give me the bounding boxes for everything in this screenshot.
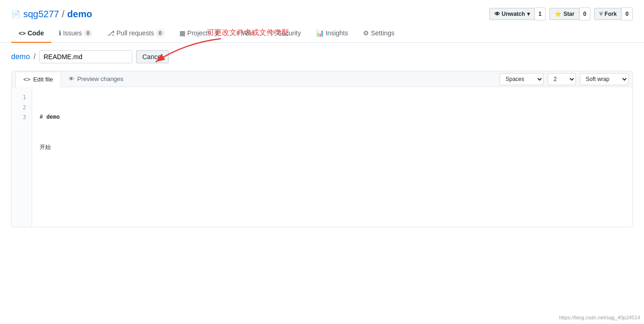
tab-issues[interactable]: ℹ Issues 0 bbox=[51, 24, 100, 43]
edit-icon: <> bbox=[23, 76, 30, 83]
insights-icon: 📊 bbox=[316, 29, 324, 37]
repo-header: 📄 sqg5277 / demo 👁 Unwatch ▾ 1 ⭐ Star 0 … bbox=[0, 0, 644, 20]
repo-icon: 📄 bbox=[11, 10, 21, 19]
repo-actions: 👁 Unwatch ▾ 1 ⭐ Star 0 ⑂ Fork 0 bbox=[486, 7, 633, 20]
repo-name-link[interactable]: demo bbox=[67, 9, 92, 20]
wiki-icon: ≡ bbox=[236, 29, 240, 37]
issues-icon: ℹ bbox=[59, 29, 61, 37]
tab-settings[interactable]: ⚙ Settings bbox=[356, 24, 402, 43]
star-group: ⭐ Star 0 bbox=[549, 7, 590, 20]
preview-icon: 👁 bbox=[69, 75, 75, 82]
fork-count: 0 bbox=[622, 7, 633, 20]
unwatch-group: 👁 Unwatch ▾ 1 bbox=[489, 7, 546, 20]
title-separator: / bbox=[62, 9, 65, 20]
star-button[interactable]: ⭐ Star bbox=[549, 8, 579, 20]
code-line-3 bbox=[40, 173, 625, 183]
issues-badge: 0 bbox=[84, 29, 92, 37]
breadcrumb-separator: / bbox=[34, 53, 35, 61]
line-num-3: 3 bbox=[17, 113, 26, 123]
editor-tabs-left: <> Edit file 👁 Preview changes bbox=[15, 71, 131, 87]
spaces-select[interactable]: Spaces Tabs bbox=[500, 73, 544, 85]
unwatch-count: 1 bbox=[535, 7, 546, 20]
editor-code-area[interactable]: # demo 开始 bbox=[32, 87, 632, 227]
indent-select[interactable]: 2 4 bbox=[548, 73, 576, 85]
tab-preview-changes[interactable]: 👁 Preview changes bbox=[61, 71, 131, 87]
file-path-row: demo / Cancel 可更改文件名或文件类型 bbox=[11, 50, 633, 63]
filename-input[interactable] bbox=[39, 50, 132, 63]
pr-icon: ⎇ bbox=[107, 29, 115, 37]
code-line-2: 开始 bbox=[40, 143, 625, 153]
editor-body: 1 2 3 # demo 开始 bbox=[12, 87, 632, 227]
repo-owner-link[interactable]: sqg5277 bbox=[23, 9, 59, 20]
tab-code[interactable]: <> Code bbox=[11, 24, 51, 43]
unwatch-button[interactable]: 👁 Unwatch ▾ bbox=[489, 8, 535, 20]
cancel-button[interactable]: Cancel bbox=[136, 50, 169, 63]
repo-title: 📄 sqg5277 / demo bbox=[11, 9, 92, 20]
eye-icon: 👁 bbox=[494, 11, 500, 17]
code-line-1: # demo bbox=[40, 113, 625, 123]
tab-projects[interactable]: ▦ Projects 0 bbox=[172, 24, 229, 43]
tab-insights[interactable]: 📊 Insights bbox=[308, 24, 356, 43]
line-num-2: 2 bbox=[17, 103, 26, 113]
repo-nav: <> Code ℹ Issues 0 ⎇ Pull requests 0 ▦ P… bbox=[0, 24, 644, 43]
tab-wiki[interactable]: ≡ Wiki bbox=[229, 24, 262, 43]
fork-button[interactable]: ⑂ Fork bbox=[594, 8, 622, 20]
star-icon: ⭐ bbox=[555, 11, 562, 17]
main-content: demo / Cancel 可更改文件名或文件类型 <> bbox=[0, 43, 644, 235]
line-numbers: 1 2 3 bbox=[12, 87, 32, 227]
softwrap-select[interactable]: Soft wrap No wrap bbox=[580, 73, 629, 85]
fork-icon: ⑂ bbox=[599, 11, 603, 17]
security-icon: 🛡 bbox=[269, 29, 275, 37]
fork-group: ⑂ Fork 0 bbox=[594, 7, 633, 20]
dropdown-icon: ▾ bbox=[527, 11, 530, 17]
pr-badge: 0 bbox=[156, 29, 164, 37]
code-icon: <> bbox=[19, 30, 26, 37]
editor-tabs: <> Edit file 👁 Preview changes Spaces Ta… bbox=[12, 71, 632, 87]
tab-edit-file[interactable]: <> Edit file bbox=[15, 72, 61, 87]
tab-pull-requests[interactable]: ⎇ Pull requests 0 bbox=[100, 24, 172, 43]
line-num-1: 1 bbox=[17, 93, 26, 103]
settings-icon: ⚙ bbox=[363, 29, 369, 37]
projects-badge: 0 bbox=[212, 29, 221, 37]
tab-security[interactable]: 🛡 Security bbox=[261, 24, 308, 43]
editor-container: <> Edit file 👁 Preview changes Spaces Ta… bbox=[11, 71, 633, 227]
editor-controls: Spaces Tabs 2 4 Soft wrap No wrap bbox=[500, 73, 629, 85]
star-count: 0 bbox=[580, 7, 591, 20]
breadcrumb-repo-link[interactable]: demo bbox=[11, 53, 30, 61]
projects-icon: ▦ bbox=[179, 29, 185, 37]
